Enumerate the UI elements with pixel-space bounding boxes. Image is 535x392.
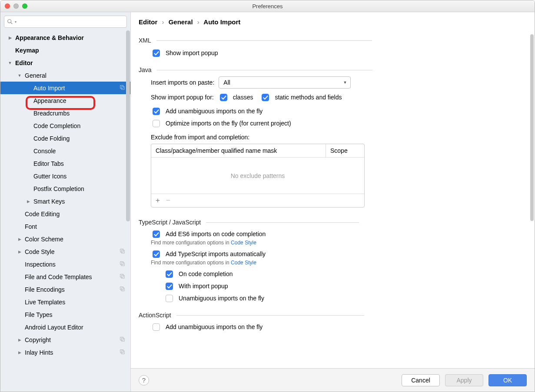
sidebar-item-code-completion[interactable]: Code Completion — [0, 119, 130, 132]
sidebar-item-font[interactable]: Font — [0, 220, 130, 233]
sidebar-item-file-encodings[interactable]: File Encodings — [0, 283, 130, 296]
help-button[interactable]: ? — [139, 375, 149, 385]
sidebar-item-label: General — [25, 72, 47, 79]
section-title: TypeScript / JavaScript — [139, 219, 201, 226]
chevron-right-icon[interactable]: ▶ — [26, 199, 31, 204]
divider — [206, 222, 359, 223]
add-icon[interactable]: + — [156, 196, 160, 205]
cancel-button[interactable]: Cancel — [402, 374, 440, 386]
sidebar-item-auto-import[interactable]: Auto Import — [0, 82, 130, 94]
sidebar-item-smart-keys[interactable]: ▶Smart Keys — [0, 195, 130, 208]
static-methods-checkbox[interactable] — [262, 94, 269, 101]
sidebar-item-label: Editor Tabs — [33, 160, 64, 167]
sidebar-item-file-types[interactable]: File Types — [0, 308, 130, 321]
chevron-down-icon[interactable]: ▼ — [17, 73, 22, 78]
sidebar-item-console[interactable]: Console — [0, 145, 130, 157]
sidebar-item-label: Code Folding — [33, 135, 70, 142]
sidebar-item-label: Color Scheme — [25, 236, 63, 243]
table-col-mask[interactable]: Class/package/member qualified name mask — [151, 144, 326, 157]
settings-tree[interactable]: ▶Appearance & BehaviorKeymap▼Editor▼Gene… — [0, 31, 130, 392]
sidebar-item-label: Breadcrumbs — [33, 110, 70, 117]
add-unambiguous-checkbox[interactable] — [153, 108, 160, 115]
content-scroll[interactable]: XML Show import popup Java Insert import… — [131, 30, 535, 368]
sidebar-item-appearance-behavior[interactable]: ▶Appearance & Behavior — [0, 31, 130, 44]
svg-rect-5 — [121, 250, 124, 253]
sidebar-item-general[interactable]: ▼General — [0, 69, 130, 82]
field-label: Exclude from import and completion: — [151, 134, 249, 141]
breadcrumb-part: Auto Import — [203, 18, 240, 26]
insert-imports-select[interactable]: All ▼ — [219, 76, 351, 89]
es6-imports-checkbox[interactable] — [153, 231, 160, 238]
chevron-down-icon[interactable]: ▾ — [15, 20, 17, 24]
breadcrumb-part[interactable]: General — [169, 18, 193, 26]
chevron-right-icon[interactable]: ▶ — [7, 36, 13, 40]
body: ▾ ▶Appearance & BehaviorKeymap▼Editor▼Ge… — [0, 12, 535, 392]
checkbox-label: Add unambiguous imports on the fly — [166, 108, 263, 115]
classes-checkbox[interactable] — [220, 94, 227, 101]
sidebar-item-postfix-completion[interactable]: Postfix Completion — [0, 182, 130, 195]
search-box[interactable]: ▾ — [4, 16, 127, 28]
chevron-right-icon[interactable]: ▶ — [17, 237, 22, 241]
sidebar-item-live-templates[interactable]: Live Templates — [0, 296, 130, 308]
field-label: Insert imports on paste: — [151, 79, 214, 86]
content-scrollbar[interactable] — [530, 34, 534, 221]
sidebar-item-label: File and Code Templates — [25, 273, 92, 280]
checkbox-label: Add unambiguous imports on the fly — [166, 323, 263, 330]
ok-button[interactable]: OK — [488, 374, 527, 386]
sidebar-item-code-editing[interactable]: Code Editing — [0, 208, 130, 220]
table-toolbar: + − — [151, 194, 364, 207]
svg-rect-14 — [120, 350, 123, 353]
sidebar-item-editor[interactable]: ▼Editor — [0, 56, 130, 69]
svg-rect-10 — [120, 287, 123, 290]
svg-rect-7 — [121, 263, 124, 266]
chevron-down-icon[interactable]: ▼ — [7, 61, 13, 65]
sidebar-item-gutter-icons[interactable]: Gutter Icons — [0, 170, 130, 182]
checkbox-label: Unambiguous imports on the fly — [179, 295, 264, 302]
sidebar-item-editor-tabs[interactable]: Editor Tabs — [0, 157, 130, 170]
apply-button[interactable]: Apply — [445, 374, 483, 386]
svg-rect-4 — [120, 249, 123, 252]
unambiguous-fly-checkbox[interactable] — [166, 295, 173, 302]
sidebar-item-android-layout-editor[interactable]: Android Layout Editor — [0, 321, 130, 333]
sidebar-item-keymap[interactable]: Keymap — [0, 44, 130, 56]
remove-icon[interactable]: − — [166, 196, 170, 205]
section-as: ActionScript — [139, 312, 527, 319]
code-style-link[interactable]: Code Style — [231, 260, 256, 266]
svg-rect-11 — [121, 288, 124, 291]
code-style-link[interactable]: Code Style — [231, 240, 256, 246]
breadcrumb-part[interactable]: Editor — [139, 18, 157, 26]
sidebar-item-file-and-code-templates[interactable]: File and Code Templates — [0, 270, 130, 283]
svg-rect-15 — [121, 351, 124, 354]
sidebar-item-breadcrumbs[interactable]: Breadcrumbs — [0, 107, 130, 119]
sidebar-item-color-scheme[interactable]: ▶Color Scheme — [0, 233, 130, 245]
table-col-scope[interactable]: Scope — [326, 144, 364, 157]
xml-show-import-popup-checkbox[interactable] — [153, 49, 160, 57]
divider — [157, 70, 372, 70]
table-empty-msg: No exclude patterns — [151, 158, 364, 194]
project-settings-icon — [119, 349, 125, 356]
chevron-right-icon[interactable]: ▶ — [17, 350, 22, 355]
footer: ? Cancel Apply OK — [131, 368, 535, 392]
sidebar-item-inspections[interactable]: Inspections — [0, 258, 130, 270]
sidebar-item-copyright[interactable]: ▶Copyright — [0, 333, 130, 346]
exclude-table: Class/package/member qualified name mask… — [151, 144, 365, 208]
checkbox-label: With import popup — [179, 283, 228, 290]
sidebar-item-label: Live Templates — [25, 299, 65, 306]
sidebar-scrollbar[interactable] — [126, 30, 130, 221]
chevron-right-icon[interactable]: ▶ — [17, 250, 22, 254]
as-unambiguous-checkbox[interactable] — [153, 323, 160, 331]
on-code-completion-checkbox[interactable] — [166, 270, 173, 278]
sidebar-item-code-folding[interactable]: Code Folding — [0, 132, 130, 145]
chevron-right-icon[interactable]: ▶ — [17, 338, 22, 342]
with-import-popup-checkbox[interactable] — [166, 283, 173, 290]
optimize-imports-checkbox[interactable] — [153, 120, 160, 127]
sidebar-item-code-style[interactable]: ▶Code Style — [0, 245, 130, 258]
sidebar-item-appearance[interactable]: Appearance — [0, 94, 130, 107]
breadcrumb-sep: › — [162, 18, 164, 26]
select-value: All — [223, 79, 230, 86]
search-input[interactable] — [18, 18, 124, 26]
sidebar-item-label: File Encodings — [25, 286, 65, 293]
ts-auto-imports-checkbox[interactable] — [153, 250, 160, 258]
sidebar-item-label: Android Layout Editor — [25, 324, 83, 331]
sidebar-item-inlay-hints[interactable]: ▶Inlay Hints — [0, 346, 130, 359]
